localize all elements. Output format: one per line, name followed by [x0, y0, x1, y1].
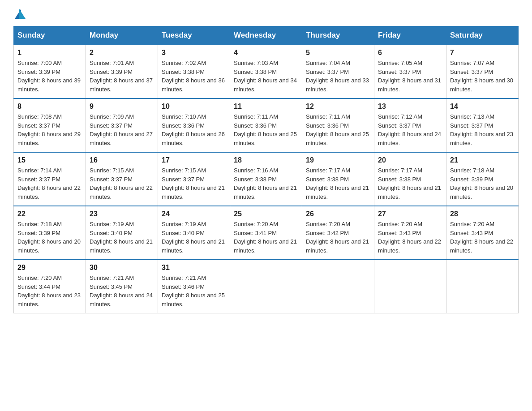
day-number: 5: [306, 49, 370, 57]
calendar-cell: 6 Sunrise: 7:05 AM Sunset: 3:37 PM Dayli…: [374, 45, 446, 98]
day-info: Sunrise: 7:16 AM Sunset: 3:38 PM Dayligh…: [234, 166, 298, 201]
day-info: Sunrise: 7:14 AM Sunset: 3:37 PM Dayligh…: [17, 166, 82, 201]
calendar-cell: 17 Sunrise: 7:15 AM Sunset: 3:37 PM Dayl…: [158, 152, 230, 206]
day-info: Sunrise: 7:17 AM Sunset: 3:38 PM Dayligh…: [306, 166, 370, 201]
day-info: Sunrise: 7:21 AM Sunset: 3:45 PM Dayligh…: [90, 274, 154, 308]
logo-triangle-right: [19, 9, 26, 19]
calendar-week-row: 22 Sunrise: 7:18 AM Sunset: 3:39 PM Dayl…: [14, 206, 519, 260]
calendar-cell: [446, 260, 519, 313]
day-info: Sunrise: 7:12 AM Sunset: 3:37 PM Dayligh…: [378, 112, 442, 147]
day-info: Sunrise: 7:20 AM Sunset: 3:43 PM Dayligh…: [378, 220, 442, 255]
day-info: Sunrise: 7:11 AM Sunset: 3:36 PM Dayligh…: [306, 112, 370, 147]
day-number: 13: [378, 103, 442, 111]
calendar-cell: 29 Sunrise: 7:20 AM Sunset: 3:44 PM Dayl…: [14, 260, 86, 313]
day-number: 12: [306, 103, 370, 111]
calendar-cell: 20 Sunrise: 7:17 AM Sunset: 3:38 PM Dayl…: [374, 152, 446, 206]
day-info: Sunrise: 7:04 AM Sunset: 3:37 PM Dayligh…: [306, 59, 370, 94]
day-info: Sunrise: 7:21 AM Sunset: 3:46 PM Dayligh…: [162, 274, 226, 308]
calendar-cell: 14 Sunrise: 7:13 AM Sunset: 3:37 PM Dayl…: [446, 98, 519, 152]
day-number: 24: [162, 210, 226, 218]
calendar-cell: 8 Sunrise: 7:08 AM Sunset: 3:37 PM Dayli…: [14, 98, 86, 152]
calendar-cell: 31 Sunrise: 7:21 AM Sunset: 3:46 PM Dayl…: [158, 260, 230, 313]
day-number: 29: [17, 264, 82, 272]
day-info: Sunrise: 7:18 AM Sunset: 3:39 PM Dayligh…: [17, 220, 82, 255]
logo: [13, 9, 26, 21]
day-info: Sunrise: 7:15 AM Sunset: 3:37 PM Dayligh…: [90, 166, 154, 201]
col-header-saturday: Saturday: [446, 26, 519, 45]
day-number: 20: [378, 156, 442, 164]
day-number: 8: [17, 103, 82, 111]
day-info: Sunrise: 7:11 AM Sunset: 3:36 PM Dayligh…: [234, 112, 298, 147]
page-header: [13, 9, 519, 21]
day-info: Sunrise: 7:09 AM Sunset: 3:37 PM Dayligh…: [90, 112, 154, 147]
day-number: 3: [162, 49, 226, 57]
calendar-cell: 18 Sunrise: 7:16 AM Sunset: 3:38 PM Dayl…: [230, 152, 302, 206]
day-number: 30: [90, 264, 154, 272]
calendar-cell: 27 Sunrise: 7:20 AM Sunset: 3:43 PM Dayl…: [374, 206, 446, 260]
day-number: 7: [450, 49, 515, 57]
day-number: 6: [378, 49, 442, 57]
calendar-cell: 15 Sunrise: 7:14 AM Sunset: 3:37 PM Dayl…: [14, 152, 86, 206]
day-number: 27: [378, 210, 442, 218]
day-info: Sunrise: 7:13 AM Sunset: 3:37 PM Dayligh…: [450, 112, 515, 147]
calendar-table: SundayMondayTuesdayWednesdayThursdayFrid…: [13, 26, 519, 313]
col-header-monday: Monday: [86, 26, 158, 45]
day-number: 19: [306, 156, 370, 164]
calendar-week-row: 1 Sunrise: 7:00 AM Sunset: 3:39 PM Dayli…: [14, 45, 519, 98]
col-header-thursday: Thursday: [302, 26, 374, 45]
day-number: 4: [234, 49, 298, 57]
calendar-cell: 10 Sunrise: 7:10 AM Sunset: 3:36 PM Dayl…: [158, 98, 230, 152]
day-number: 11: [234, 103, 298, 111]
calendar-cell: 2 Sunrise: 7:01 AM Sunset: 3:39 PM Dayli…: [86, 45, 158, 98]
col-header-sunday: Sunday: [14, 26, 86, 45]
calendar-cell: 4 Sunrise: 7:03 AM Sunset: 3:38 PM Dayli…: [230, 45, 302, 98]
day-info: Sunrise: 7:07 AM Sunset: 3:37 PM Dayligh…: [450, 59, 515, 94]
calendar-cell: 1 Sunrise: 7:00 AM Sunset: 3:39 PM Dayli…: [14, 45, 86, 98]
calendar-cell: [302, 260, 374, 313]
day-info: Sunrise: 7:20 AM Sunset: 3:44 PM Dayligh…: [17, 274, 82, 308]
calendar-week-row: 29 Sunrise: 7:20 AM Sunset: 3:44 PM Dayl…: [14, 260, 519, 313]
day-info: Sunrise: 7:08 AM Sunset: 3:37 PM Dayligh…: [17, 112, 82, 147]
calendar-cell: 30 Sunrise: 7:21 AM Sunset: 3:45 PM Dayl…: [86, 260, 158, 313]
day-info: Sunrise: 7:20 AM Sunset: 3:42 PM Dayligh…: [306, 220, 370, 255]
calendar-header-row: SundayMondayTuesdayWednesdayThursdayFrid…: [14, 26, 519, 45]
day-number: 21: [450, 156, 515, 164]
day-number: 16: [90, 156, 154, 164]
calendar-cell: 12 Sunrise: 7:11 AM Sunset: 3:36 PM Dayl…: [302, 98, 374, 152]
day-number: 26: [306, 210, 370, 218]
day-info: Sunrise: 7:17 AM Sunset: 3:38 PM Dayligh…: [378, 166, 442, 201]
col-header-wednesday: Wednesday: [230, 26, 302, 45]
col-header-friday: Friday: [374, 26, 446, 45]
day-info: Sunrise: 7:19 AM Sunset: 3:40 PM Dayligh…: [162, 220, 226, 255]
day-info: Sunrise: 7:00 AM Sunset: 3:39 PM Dayligh…: [17, 59, 82, 94]
calendar-cell: 16 Sunrise: 7:15 AM Sunset: 3:37 PM Dayl…: [86, 152, 158, 206]
calendar-cell: 26 Sunrise: 7:20 AM Sunset: 3:42 PM Dayl…: [302, 206, 374, 260]
calendar-cell: 25 Sunrise: 7:20 AM Sunset: 3:41 PM Dayl…: [230, 206, 302, 260]
calendar-cell: 11 Sunrise: 7:11 AM Sunset: 3:36 PM Dayl…: [230, 98, 302, 152]
calendar-cell: 7 Sunrise: 7:07 AM Sunset: 3:37 PM Dayli…: [446, 45, 519, 98]
day-number: 14: [450, 103, 515, 111]
calendar-cell: 5 Sunrise: 7:04 AM Sunset: 3:37 PM Dayli…: [302, 45, 374, 98]
calendar-cell: 3 Sunrise: 7:02 AM Sunset: 3:38 PM Dayli…: [158, 45, 230, 98]
day-number: 18: [234, 156, 298, 164]
calendar-cell: 19 Sunrise: 7:17 AM Sunset: 3:38 PM Dayl…: [302, 152, 374, 206]
day-info: Sunrise: 7:20 AM Sunset: 3:43 PM Dayligh…: [450, 220, 515, 255]
calendar-cell: [374, 260, 446, 313]
day-number: 10: [162, 103, 226, 111]
calendar-cell: 22 Sunrise: 7:18 AM Sunset: 3:39 PM Dayl…: [14, 206, 86, 260]
day-number: 17: [162, 156, 226, 164]
day-number: 2: [90, 49, 154, 57]
calendar-cell: 28 Sunrise: 7:20 AM Sunset: 3:43 PM Dayl…: [446, 206, 519, 260]
day-info: Sunrise: 7:18 AM Sunset: 3:39 PM Dayligh…: [450, 166, 515, 201]
day-info: Sunrise: 7:03 AM Sunset: 3:38 PM Dayligh…: [234, 59, 298, 94]
day-number: 31: [162, 264, 226, 272]
day-number: 28: [450, 210, 515, 218]
day-info: Sunrise: 7:05 AM Sunset: 3:37 PM Dayligh…: [378, 59, 442, 94]
calendar-cell: 9 Sunrise: 7:09 AM Sunset: 3:37 PM Dayli…: [86, 98, 158, 152]
day-number: 15: [17, 156, 82, 164]
calendar-cell: 13 Sunrise: 7:12 AM Sunset: 3:37 PM Dayl…: [374, 98, 446, 152]
calendar-cell: 24 Sunrise: 7:19 AM Sunset: 3:40 PM Dayl…: [158, 206, 230, 260]
day-info: Sunrise: 7:10 AM Sunset: 3:36 PM Dayligh…: [162, 112, 226, 147]
day-info: Sunrise: 7:19 AM Sunset: 3:40 PM Dayligh…: [90, 220, 154, 255]
day-info: Sunrise: 7:02 AM Sunset: 3:38 PM Dayligh…: [162, 59, 226, 94]
